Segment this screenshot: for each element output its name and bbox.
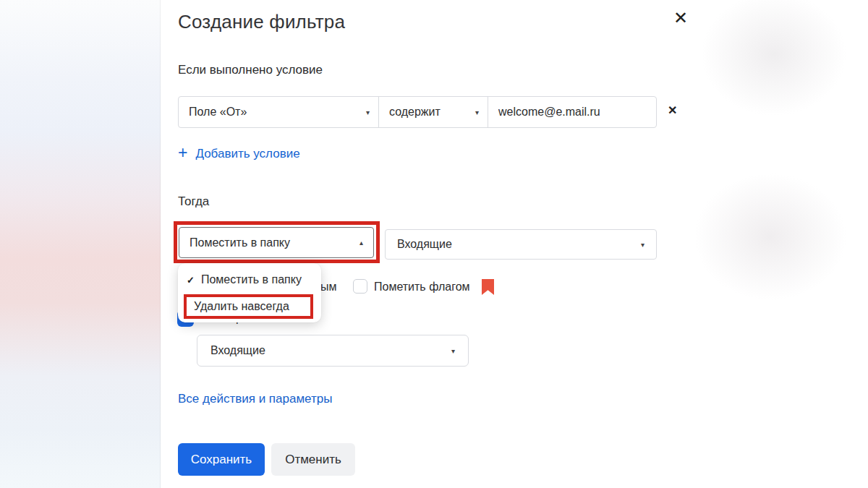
condition-field-select[interactable]: Поле «От» ▾ (179, 97, 379, 127)
flag-icon (482, 279, 494, 295)
condition-operator-select-value: содержит (389, 106, 441, 119)
all-actions-link[interactable]: Все действия и параметры (178, 392, 332, 406)
flag-checkbox[interactable] (353, 279, 367, 294)
plus-icon: + (178, 145, 187, 161)
chevron-down-icon: ▾ (451, 347, 455, 355)
chevron-down-icon: ▾ (641, 241, 644, 249)
chevron-up-icon: ▴ (359, 239, 363, 247)
flag-checkbox-label: Пометить флагом (374, 281, 470, 294)
condition-operator-select[interactable]: содержит ▾ (379, 97, 488, 127)
remove-condition-icon[interactable]: ✕ (666, 103, 678, 118)
close-icon[interactable]: ✕ (672, 8, 689, 28)
filter-dialog-screen: Создание фильтра ✕ Если выполнено услови… (0, 0, 868, 488)
condition-section-label: Если выполнено условие (178, 63, 323, 77)
background-blur-blob (702, 0, 846, 116)
truncated-checkbox-label-fragment: ым (320, 281, 337, 294)
action-select[interactable]: Поместить в папку ▴ (179, 227, 374, 258)
menu-item-put-in-folder[interactable]: ✓ Поместить в папку (187, 273, 302, 286)
folder-select[interactable]: Входящие ▾ (385, 229, 657, 260)
menu-item-label: Удалить навсегда (194, 300, 289, 313)
folder-select-secondary[interactable]: Входящие ▾ (197, 335, 469, 367)
folder-select-secondary-value: Входящие (210, 344, 265, 357)
folder-select-value: Входящие (397, 238, 452, 251)
chevron-down-icon: ▾ (366, 108, 370, 116)
add-condition-link[interactable]: + Добавить условие (178, 146, 300, 161)
dialog-title: Создание фильтра (178, 11, 345, 33)
save-button[interactable]: Сохранить (178, 443, 265, 476)
then-section-label: Тогда (178, 194, 209, 209)
check-icon: ✓ (187, 275, 195, 286)
background-blur-blob (694, 174, 846, 300)
action-select-value: Поместить в папку (190, 236, 290, 249)
menu-item-label: Поместить в папку (201, 273, 302, 286)
cancel-button[interactable]: Отменить (271, 443, 355, 476)
add-condition-label: Добавить условие (195, 147, 299, 161)
background-blur-left (0, 0, 161, 488)
chevron-down-icon: ▾ (475, 108, 479, 116)
condition-value-cell (488, 97, 656, 127)
action-dropdown-menu: ✓ Поместить в папку Удалить навсегда (178, 263, 321, 322)
condition-row: Поле «От» ▾ содержит ▾ (178, 96, 657, 128)
condition-field-select-value: Поле «От» (189, 106, 247, 119)
condition-value-input[interactable] (498, 106, 646, 119)
menu-item-delete-forever[interactable]: Удалить навсегда (184, 294, 313, 319)
